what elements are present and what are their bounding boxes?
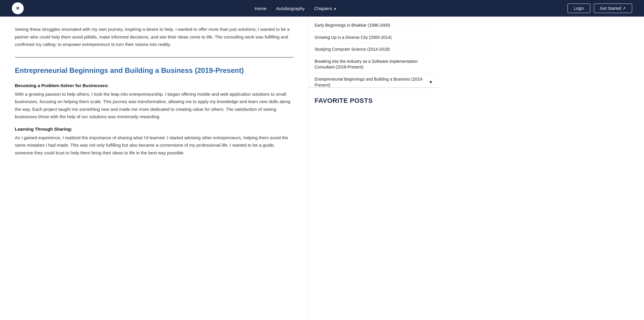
nav-chapters[interactable]: Chapters [314, 6, 337, 11]
subsection-1: Becoming a Problem-Solver for Businesses… [15, 83, 294, 121]
favorite-posts-title: FAVORITE POSTS [315, 97, 433, 105]
chevron-down-icon [334, 6, 337, 11]
section-heading: Entrepreneurial Beginnings and Building … [15, 66, 294, 75]
get-started-button[interactable]: Get Started ↗ [594, 4, 632, 13]
sidebar-item-1[interactable]: Early Beginnings in Bhakkar (1996-2000) [309, 20, 439, 32]
nav-home[interactable]: Home [255, 6, 267, 11]
login-button[interactable]: Login [568, 4, 590, 13]
subsection-2: Learning Through Sharing: As I gained ex… [15, 127, 294, 157]
sidebar-item-2[interactable]: Growing Up in a Diverse City (2000-2014) [309, 32, 439, 44]
page-wrapper: Seeing these struggles resonated with my… [0, 17, 644, 320]
intro-paragraph: Seeing these struggles resonated with my… [15, 25, 294, 48]
favorite-posts-section: FAVORITE POSTS [309, 88, 439, 320]
nav-links: Home Autobiography Chapters [255, 6, 337, 11]
sidebar-item-5[interactable]: Entrepreneurial Beginnings and Building … [309, 73, 439, 88]
sidebar-item-4[interactable]: Breaking into the Industry as a Software… [309, 56, 439, 73]
sidebar-nav[interactable]: Early Beginnings in Bhakkar (1996-2000) … [309, 17, 439, 88]
main-content: Seeing these struggles resonated with my… [0, 17, 308, 320]
sidebar: Early Beginnings in Bhakkar (1996-2000) … [308, 17, 439, 320]
nav-autobiography[interactable]: Autobiography [276, 6, 305, 11]
subsection-2-title: Learning Through Sharing: [15, 127, 294, 132]
dropdown-icon: ▼ [429, 79, 433, 85]
subsection-2-body: As I gained experience, I realized the i… [15, 134, 294, 157]
section-divider [15, 57, 294, 57]
subsection-1-title: Becoming a Problem-Solver for Businesses… [15, 83, 294, 88]
subsection-1-body: With a growing passion to help others, I… [15, 90, 294, 121]
sidebar-item-3[interactable]: Studying Computer Science (2014-2018) [309, 44, 439, 56]
logo[interactable]: M [12, 2, 24, 14]
nav-buttons: Login Get Started ↗ [568, 4, 632, 13]
navbar: M Home Autobiography Chapters Login Get … [0, 0, 644, 17]
